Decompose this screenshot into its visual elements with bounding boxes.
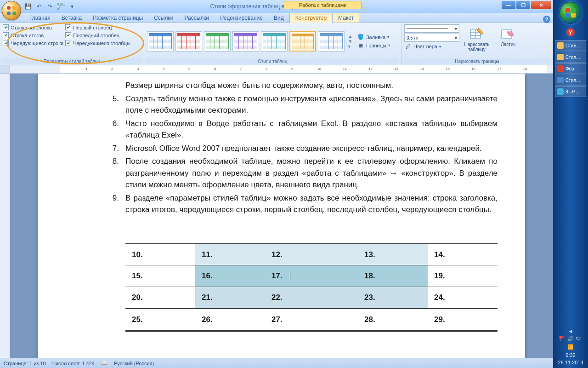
status-page[interactable]: Страница: 1 из 10 [4,361,46,366]
pen-color-button[interactable]: 🖊Цвет пера▾ [404,43,459,50]
group-label-draw: Нарисовать границы [404,58,550,65]
shading-button[interactable]: 🪣Заливка▾ [357,34,390,41]
qat-dropdown-icon[interactable]: ▾ [68,2,76,11]
table-cell[interactable]: 19. [428,265,498,287]
start-button[interactable] [560,2,582,24]
help-icon[interactable]: ? [543,16,550,23]
undo-icon[interactable]: ↶ [35,2,43,11]
vertical-ruler[interactable] [0,74,10,358]
taskbar-item[interactable]: Стил... [555,75,586,86]
table-cell[interactable]: 26. [195,309,265,331]
tab-mailings[interactable]: Рассылки [179,13,215,23]
opt-total-row[interactable]: ✔Строка итогов [3,32,63,38]
table-cell[interactable]: 14. [428,244,498,265]
table-row[interactable]: 25.26.27.28.29. [125,309,498,331]
table-cell[interactable]: 15. [125,265,195,287]
table-cell[interactable]: 23. [358,287,428,309]
table-style-thumb[interactable] [147,31,174,52]
table-cell[interactable]: 20. [125,287,195,309]
table-style-thumb[interactable] [318,31,345,52]
status-proof-icon[interactable]: 📖 [101,360,107,366]
eraser-button[interactable]: Ластик [494,24,522,47]
office-button[interactable] [2,1,21,20]
borders-button[interactable]: ▦Границы▾ [357,42,390,49]
svg-point-0 [7,6,11,10]
table-style-thumb[interactable] [175,31,202,52]
table-style-thumb[interactable] [232,31,259,52]
table-style-thumb[interactable] [204,31,231,52]
gallery-more-icon[interactable]: ▾ [348,44,352,49]
tray-volume-icon[interactable]: 🔊 [567,336,574,342]
table-cell[interactable]: 27. [265,309,358,331]
tray-flag-icon[interactable]: 🚩 [559,336,565,342]
table-row[interactable]: 15.16.17.18.19. [125,265,498,287]
svg-rect-12 [557,54,564,60]
taskbar-item[interactable]: 8 - Р... [555,86,586,97]
gallery-up-icon[interactable]: ▲ [348,34,352,39]
opt-banded-rows[interactable]: ✔Чередующиеся строки [3,40,63,46]
line-weight-select[interactable]: 0,5 пт▾ [404,34,459,42]
spellcheck-icon[interactable]: ABC✔ [57,2,65,11]
opt-banded-cols[interactable]: ✔Чередующиеся столбцы [65,40,130,46]
tray-date[interactable]: 26.11.2013 [558,360,583,365]
tab-tablelayout[interactable]: Макет [333,13,359,23]
document-table[interactable]: 10.11.12.13.14.15.16.17.18.19.20.21.22.2… [125,243,498,332]
redo-icon[interactable]: ↷ [46,2,54,11]
table-cell[interactable]: 24. [428,287,498,309]
taskbar-item[interactable]: Стил... [555,52,586,63]
line-style-select[interactable]: ▾ [404,24,459,33]
svg-rect-14 [557,77,564,83]
tab-references[interactable]: Ссылки [148,13,179,23]
table-row[interactable]: 10.11.12.13.14. [125,244,498,265]
tab-design[interactable]: Конструктор [289,13,333,23]
page: Размер ширины столбца может быть по соде… [38,74,525,358]
svg-point-1 [12,6,16,10]
tab-layout[interactable]: Разметка страницы [87,13,148,23]
table-cell[interactable]: 21. [195,287,265,309]
table-cell[interactable]: 16. [195,265,265,287]
svg-point-2 [7,12,11,15]
table-cell[interactable]: 17. [265,265,358,287]
table-cell[interactable]: 18. [358,265,428,287]
tab-review[interactable]: Рецензирование [215,13,268,23]
maximize-button[interactable]: ❐ [516,1,530,9]
doc-p9: 9.В разделе «параметры стилей таблиц» мо… [125,192,498,216]
close-button[interactable]: ✕ [531,1,551,9]
table-cell[interactable]: 22. [265,287,358,309]
tab-insert[interactable]: Вставка [56,13,88,23]
doc-p7: 7.Microsoft Office Word 2007 предполагае… [125,143,498,155]
table-style-thumb[interactable] [289,31,316,52]
status-lang[interactable]: Русский (Россия) [114,361,154,366]
tray-network-icon[interactable]: 📶 [567,344,574,351]
opt-header-row[interactable]: ✔Строка заголовка [3,24,63,30]
draw-table-button[interactable]: Нарисовать таблицу [463,24,491,52]
table-row[interactable]: 20.21.22.23.24. [125,287,498,309]
table-cell[interactable]: 10. [125,244,195,265]
taskbar-item[interactable]: Фор... [555,63,586,74]
svg-rect-13 [557,65,564,72]
opt-last-col[interactable]: ✔Последний столбец [65,32,130,38]
table-style-thumb[interactable] [261,31,288,52]
opt-first-col[interactable]: ✔Первый столбец [65,24,130,30]
status-words[interactable]: Число слов: 1 424 [52,361,95,366]
ql-yandex-icon[interactable]: Y [566,28,575,37]
page-viewport[interactable]: Размер ширины столбца может быть по соде… [10,74,553,358]
taskbar-item[interactable]: Стил... [555,40,586,51]
svg-text:Y: Y [569,29,572,36]
table-cell[interactable]: 29. [428,309,498,331]
table-cell[interactable]: 25. [125,309,195,331]
tab-home[interactable]: Главная [24,13,56,23]
table-cell[interactable]: 28. [358,309,428,331]
tray-shield-icon[interactable]: 🛡 [576,336,582,342]
save-icon[interactable]: 💾 [24,2,32,11]
minimize-button[interactable]: — [502,1,515,9]
tab-view[interactable]: Вид [268,13,289,23]
tray-time[interactable]: 6:32 [565,352,575,358]
table-cell[interactable]: 12. [265,244,358,265]
tray-expand-icon[interactable]: ◄ [568,328,573,334]
table-cell[interactable]: 11. [195,244,265,265]
gallery-down-icon[interactable]: ▼ [348,39,352,44]
table-cell[interactable]: 13. [358,244,428,265]
horizontal-ruler[interactable]: 123456789101112131415161718 [0,65,553,74]
word-window: 💾 ↶ ↷ ABC✔ ▾ Стили оформления таблиц в в… [0,0,553,368]
